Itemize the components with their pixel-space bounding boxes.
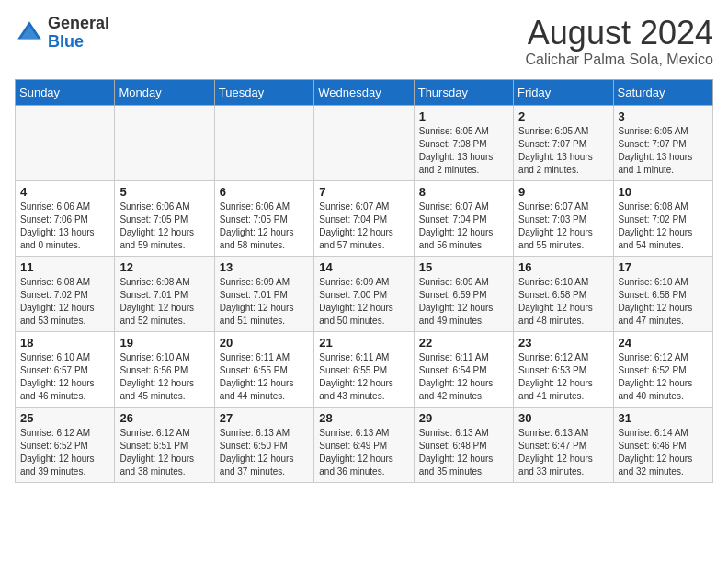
day-info: Sunrise: 6:12 AM Sunset: 6:51 PM Dayligh… bbox=[119, 427, 209, 478]
calendar-cell bbox=[214, 105, 313, 180]
day-number: 14 bbox=[319, 260, 408, 274]
day-info: Sunrise: 6:08 AM Sunset: 7:01 PM Dayligh… bbox=[119, 276, 209, 327]
day-info: Sunrise: 6:12 AM Sunset: 6:52 PM Dayligh… bbox=[20, 427, 109, 478]
calendar-cell: 4Sunrise: 6:06 AM Sunset: 7:06 PM Daylig… bbox=[16, 180, 115, 256]
day-number: 17 bbox=[619, 260, 708, 274]
calendar-cell: 6Sunrise: 6:06 AM Sunset: 7:05 PM Daylig… bbox=[214, 180, 313, 256]
calendar-cell: 8Sunrise: 6:07 AM Sunset: 7:04 PM Daylig… bbox=[414, 180, 513, 256]
day-info: Sunrise: 6:09 AM Sunset: 7:01 PM Dayligh… bbox=[220, 276, 309, 327]
day-info: Sunrise: 6:10 AM Sunset: 6:58 PM Dayligh… bbox=[518, 276, 608, 327]
logo-text: General Blue bbox=[48, 15, 109, 52]
day-number: 30 bbox=[518, 411, 608, 425]
day-info: Sunrise: 6:12 AM Sunset: 6:53 PM Dayligh… bbox=[518, 351, 608, 403]
logo-general-text: General bbox=[48, 15, 109, 33]
calendar-week-row: 11Sunrise: 6:08 AM Sunset: 7:02 PM Dayli… bbox=[16, 256, 713, 331]
day-info: Sunrise: 6:10 AM Sunset: 6:56 PM Dayligh… bbox=[119, 351, 209, 403]
day-info: Sunrise: 6:08 AM Sunset: 7:02 PM Dayligh… bbox=[619, 201, 708, 252]
calendar-cell: 14Sunrise: 6:09 AM Sunset: 7:00 PM Dayli… bbox=[314, 256, 414, 331]
calendar-cell: 13Sunrise: 6:09 AM Sunset: 7:01 PM Dayli… bbox=[214, 256, 313, 331]
day-number: 3 bbox=[619, 109, 708, 123]
day-number: 5 bbox=[119, 185, 209, 199]
day-number: 4 bbox=[20, 185, 109, 199]
calendar-cell: 29Sunrise: 6:13 AM Sunset: 6:48 PM Dayli… bbox=[414, 407, 513, 482]
day-number: 19 bbox=[119, 336, 209, 350]
day-info: Sunrise: 6:12 AM Sunset: 6:52 PM Dayligh… bbox=[619, 351, 708, 403]
day-of-week-header: Friday bbox=[514, 79, 613, 105]
day-info: Sunrise: 6:11 AM Sunset: 6:54 PM Dayligh… bbox=[419, 351, 508, 403]
calendar-cell: 9Sunrise: 6:07 AM Sunset: 7:03 PM Daylig… bbox=[514, 180, 613, 256]
month-title: August 2024 bbox=[525, 15, 713, 52]
calendar-cell bbox=[314, 105, 414, 180]
day-info: Sunrise: 6:07 AM Sunset: 7:04 PM Dayligh… bbox=[419, 201, 508, 252]
day-info: Sunrise: 6:10 AM Sunset: 6:58 PM Dayligh… bbox=[619, 276, 708, 327]
calendar-cell: 31Sunrise: 6:14 AM Sunset: 6:46 PM Dayli… bbox=[613, 407, 712, 482]
title-block: August 2024 Calichar Palma Sola, Mexico bbox=[525, 15, 713, 68]
day-number: 9 bbox=[518, 185, 608, 199]
logo-blue-text: Blue bbox=[48, 33, 109, 52]
day-number: 24 bbox=[619, 336, 708, 350]
calendar-cell: 19Sunrise: 6:10 AM Sunset: 6:56 PM Dayli… bbox=[115, 331, 214, 407]
location-text: Calichar Palma Sola, Mexico bbox=[525, 52, 713, 68]
calendar-cell: 30Sunrise: 6:13 AM Sunset: 6:47 PM Dayli… bbox=[514, 407, 613, 482]
calendar-cell: 18Sunrise: 6:10 AM Sunset: 6:57 PM Dayli… bbox=[16, 331, 115, 407]
calendar-week-row: 18Sunrise: 6:10 AM Sunset: 6:57 PM Dayli… bbox=[16, 331, 713, 407]
day-info: Sunrise: 6:11 AM Sunset: 6:55 PM Dayligh… bbox=[319, 351, 408, 403]
calendar-cell: 21Sunrise: 6:11 AM Sunset: 6:55 PM Dayli… bbox=[314, 331, 414, 407]
day-info: Sunrise: 6:06 AM Sunset: 7:06 PM Dayligh… bbox=[20, 201, 109, 252]
calendar-cell bbox=[16, 105, 115, 180]
day-number: 20 bbox=[220, 336, 309, 350]
day-number: 29 bbox=[419, 411, 508, 425]
calendar-header: SundayMondayTuesdayWednesdayThursdayFrid… bbox=[16, 79, 713, 105]
day-number: 18 bbox=[20, 336, 109, 350]
calendar-cell: 7Sunrise: 6:07 AM Sunset: 7:04 PM Daylig… bbox=[314, 180, 414, 256]
day-of-week-header: Sunday bbox=[16, 79, 115, 105]
day-info: Sunrise: 6:06 AM Sunset: 7:05 PM Dayligh… bbox=[220, 201, 309, 252]
calendar-week-row: 1Sunrise: 6:05 AM Sunset: 7:08 PM Daylig… bbox=[16, 105, 713, 180]
day-number: 31 bbox=[619, 411, 708, 425]
day-of-week-header: Monday bbox=[115, 79, 214, 105]
calendar-cell: 1Sunrise: 6:05 AM Sunset: 7:08 PM Daylig… bbox=[414, 105, 513, 180]
day-info: Sunrise: 6:05 AM Sunset: 7:08 PM Dayligh… bbox=[419, 125, 508, 177]
calendar-cell: 27Sunrise: 6:13 AM Sunset: 6:50 PM Dayli… bbox=[214, 407, 313, 482]
day-of-week-header: Wednesday bbox=[314, 79, 414, 105]
day-info: Sunrise: 6:05 AM Sunset: 7:07 PM Dayligh… bbox=[518, 125, 608, 177]
page-header: General Blue August 2024 Calichar Palma … bbox=[15, 15, 713, 68]
calendar-table: SundayMondayTuesdayWednesdayThursdayFrid… bbox=[15, 79, 713, 483]
calendar-cell: 10Sunrise: 6:08 AM Sunset: 7:02 PM Dayli… bbox=[613, 180, 712, 256]
calendar-cell: 12Sunrise: 6:08 AM Sunset: 7:01 PM Dayli… bbox=[115, 256, 214, 331]
day-info: Sunrise: 6:07 AM Sunset: 7:04 PM Dayligh… bbox=[319, 201, 408, 252]
day-info: Sunrise: 6:07 AM Sunset: 7:03 PM Dayligh… bbox=[518, 201, 608, 252]
calendar-cell: 11Sunrise: 6:08 AM Sunset: 7:02 PM Dayli… bbox=[16, 256, 115, 331]
calendar-cell: 16Sunrise: 6:10 AM Sunset: 6:58 PM Dayli… bbox=[514, 256, 613, 331]
day-number: 25 bbox=[20, 411, 109, 425]
day-number: 7 bbox=[319, 185, 408, 199]
calendar-cell: 20Sunrise: 6:11 AM Sunset: 6:55 PM Dayli… bbox=[214, 331, 313, 407]
calendar-cell: 26Sunrise: 6:12 AM Sunset: 6:51 PM Dayli… bbox=[115, 407, 214, 482]
logo-icon bbox=[15, 18, 44, 48]
day-info: Sunrise: 6:05 AM Sunset: 7:07 PM Dayligh… bbox=[619, 125, 708, 177]
logo: General Blue bbox=[15, 15, 109, 52]
calendar-cell: 23Sunrise: 6:12 AM Sunset: 6:53 PM Dayli… bbox=[514, 331, 613, 407]
day-of-week-header: Thursday bbox=[414, 79, 513, 105]
day-info: Sunrise: 6:11 AM Sunset: 6:55 PM Dayligh… bbox=[220, 351, 309, 403]
day-number: 28 bbox=[319, 411, 408, 425]
day-info: Sunrise: 6:14 AM Sunset: 6:46 PM Dayligh… bbox=[619, 427, 708, 478]
header-row: SundayMondayTuesdayWednesdayThursdayFrid… bbox=[16, 79, 713, 105]
day-number: 21 bbox=[319, 336, 408, 350]
calendar-week-row: 25Sunrise: 6:12 AM Sunset: 6:52 PM Dayli… bbox=[16, 407, 713, 482]
calendar-cell: 28Sunrise: 6:13 AM Sunset: 6:49 PM Dayli… bbox=[314, 407, 414, 482]
calendar-cell: 5Sunrise: 6:06 AM Sunset: 7:05 PM Daylig… bbox=[115, 180, 214, 256]
day-number: 27 bbox=[220, 411, 309, 425]
calendar-cell: 25Sunrise: 6:12 AM Sunset: 6:52 PM Dayli… bbox=[16, 407, 115, 482]
day-number: 26 bbox=[119, 411, 209, 425]
calendar-body: 1Sunrise: 6:05 AM Sunset: 7:08 PM Daylig… bbox=[16, 105, 713, 482]
day-number: 13 bbox=[220, 260, 309, 274]
day-info: Sunrise: 6:06 AM Sunset: 7:05 PM Dayligh… bbox=[119, 201, 209, 252]
day-info: Sunrise: 6:10 AM Sunset: 6:57 PM Dayligh… bbox=[20, 351, 109, 403]
day-number: 12 bbox=[119, 260, 209, 274]
day-info: Sunrise: 6:13 AM Sunset: 6:50 PM Dayligh… bbox=[220, 427, 309, 478]
day-info: Sunrise: 6:08 AM Sunset: 7:02 PM Dayligh… bbox=[20, 276, 109, 327]
day-number: 15 bbox=[419, 260, 508, 274]
day-info: Sunrise: 6:09 AM Sunset: 7:00 PM Dayligh… bbox=[319, 276, 408, 327]
calendar-cell: 2Sunrise: 6:05 AM Sunset: 7:07 PM Daylig… bbox=[514, 105, 613, 180]
